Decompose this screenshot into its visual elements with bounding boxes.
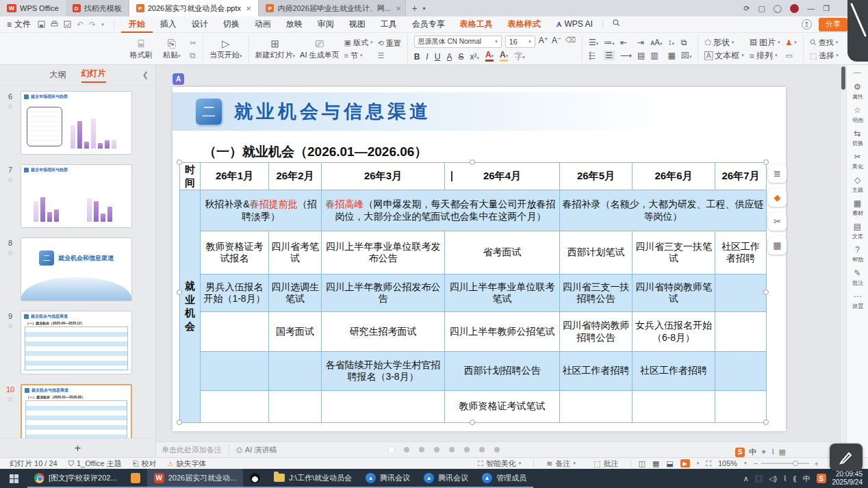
tray-sogou-icon[interactable]: S	[817, 474, 826, 483]
table-cell-r3c5[interactable]: 女兵入伍报名开始（6-8月）	[633, 312, 715, 352]
fit-slide-icon[interactable]: ⛶	[706, 459, 711, 468]
redo-icon[interactable]: ↷	[89, 20, 96, 29]
share-button[interactable]: 分享	[819, 18, 847, 31]
distribute-button[interactable]: ▥	[650, 51, 662, 60]
clock[interactable]: 20:09:45 2025/9/24	[832, 470, 863, 487]
taskbar-item-4[interactable]: J:\工作\就业动员会	[267, 469, 359, 488]
table-cell-r3c0[interactable]	[201, 312, 269, 352]
wps-ai-float-icon[interactable]: A	[173, 73, 184, 85]
avatar[interactable]	[790, 4, 799, 13]
indent-decrease-button[interactable]: ⇤	[620, 38, 632, 47]
row-group-label[interactable]: 就业机会	[180, 190, 201, 423]
menu-8-工具[interactable]: 工具	[373, 16, 405, 33]
table-cell-r2c0[interactable]: 男兵入伍报名开始（1-8月）	[201, 274, 269, 312]
taskbar-item-6[interactable]: ▲腾讯会议	[417, 469, 475, 488]
close-tab-icon[interactable]: ✕	[246, 5, 251, 12]
sogou-icon[interactable]: S	[735, 448, 745, 457]
panel-item-comments[interactable]: ✎批注	[852, 269, 864, 287]
table-cell-r5c6[interactable]	[715, 391, 767, 423]
numbering-button[interactable]: ≔▾	[604, 38, 615, 47]
table-cell-r5c2[interactable]	[322, 391, 445, 423]
wps-office-menu[interactable]: W WPS Office	[0, 0, 66, 16]
table-cell-r5c0[interactable]	[201, 391, 269, 423]
table-cell-r2c4[interactable]: 四川省三支一扶招聘公告	[560, 274, 633, 312]
slide-pager-dots[interactable]	[389, 447, 500, 452]
zoom-knob[interactable]	[793, 461, 798, 466]
beautify-tool-button[interactable]: ✂	[768, 212, 787, 231]
bullets-button[interactable]: ☰▾	[589, 38, 598, 47]
pager-dot-4[interactable]	[449, 447, 455, 452]
panel-item-beautify[interactable]: ✂美化	[852, 153, 864, 171]
align-left-button[interactable]: ⬱	[589, 51, 598, 60]
text-effect-button[interactable]: 字▾	[514, 51, 525, 62]
taskbar-item-2[interactable]: W2026届实习就业动...	[147, 469, 244, 488]
slide-canvas[interactable]: A 二 就业机会与信息渠道 （一）就业机会（2026.01—2026.06） 时…	[156, 65, 840, 441]
menu-11-表格样式[interactable]: 表格样式	[500, 16, 548, 33]
slide-10[interactable]: 二 就业机会与信息渠道 （一）就业机会（2026.01—2026.06） 时间2…	[173, 87, 786, 431]
menubar-search-button[interactable]	[605, 16, 628, 33]
pager-dot-7[interactable]	[494, 447, 500, 452]
sync-icon[interactable]: ⟳	[743, 4, 750, 13]
char-spacing-button[interactable]: A̲	[446, 52, 452, 62]
scrollbar-thumb[interactable]	[841, 66, 845, 90]
globe-icon[interactable]: ◯	[774, 4, 782, 13]
clear-format-icon[interactable]: ⌫	[565, 36, 576, 48]
ime-keyboard-icon[interactable]: ▦	[779, 448, 786, 457]
table-cell-r0c2[interactable]: 春招补录（名额少，大都为研发、工程、供应链等岗位）	[560, 190, 767, 231]
selection-handle-bm[interactable]	[470, 420, 475, 425]
slide-thumbnail-10[interactable]: 就业机会与信息渠道（一）就业机会（2026.01—2026.06）	[21, 384, 132, 438]
menu-3-切换[interactable]: 切换	[216, 16, 247, 33]
insert-avatar-button[interactable]: ♟▾	[785, 38, 796, 47]
theme-indicator[interactable]: ⛉1_Office 主题	[63, 459, 127, 469]
pager-dot-3[interactable]	[434, 447, 439, 452]
tray-volume-icon[interactable]: ◁)	[769, 474, 777, 483]
menu-2-设计[interactable]: 设计	[184, 16, 216, 33]
font-size-select[interactable]: 16▾	[505, 36, 535, 48]
taskbar-item-7[interactable]: ▲管理成员	[475, 469, 533, 488]
table-cell-r4c0[interactable]	[201, 352, 269, 391]
table-cell-r1c6[interactable]: 社区工作者招聘	[715, 231, 767, 274]
zoom-caret-icon[interactable]: ▾	[744, 461, 747, 466]
align-center-button[interactable]: ☰	[604, 51, 615, 60]
section-button[interactable]: ≡节▾	[344, 51, 373, 61]
font-increase-button[interactable]: A⁺	[539, 36, 548, 48]
selection-handle-mr[interactable]	[763, 290, 769, 295]
panel-item-transition[interactable]: ⇆切换	[852, 129, 864, 148]
table-cell-r1c0[interactable]: 教师资格证考试报名	[201, 231, 269, 274]
file-menu[interactable]: ≡ 文件	[0, 18, 38, 30]
selection-handle-tl[interactable]	[177, 159, 182, 165]
columns-button[interactable]: ▦	[667, 51, 675, 60]
tab-list-caret-icon[interactable]: ▾	[423, 5, 426, 12]
start-button[interactable]	[0, 469, 27, 488]
ime-symbol-icon[interactable]: ✦	[761, 448, 767, 457]
taskbar-item-5[interactable]: ▲腾讯会议	[359, 469, 417, 488]
table-cell-r4c2[interactable]: 各省陆续开始大学生村官招聘报名（3-8月）	[322, 352, 445, 391]
new-tab-button[interactable]: +	[406, 3, 422, 14]
tray-network-icon[interactable]: ⸨	[793, 474, 796, 483]
minimize-button[interactable]: —	[807, 4, 815, 12]
tray-expand-icon[interactable]: ∧	[743, 474, 749, 483]
table-corner-header[interactable]: 时间	[180, 163, 201, 190]
screen-record-button[interactable]: ▭	[785, 51, 796, 60]
workspace-icon[interactable]: ▢	[758, 4, 765, 13]
textbox-button[interactable]: 🄰文本框▾	[704, 50, 744, 62]
save-icon[interactable]	[38, 21, 45, 28]
copy-icon[interactable]: ⧉	[190, 51, 196, 60]
table-cell-r5c1[interactable]	[269, 391, 322, 423]
table-cell-r5c5[interactable]	[633, 391, 715, 423]
menu-12-WPS AI[interactable]: ⋏WPS AI	[548, 16, 600, 33]
ai-generate-page-button[interactable]: ⎚ AI 生成单页	[300, 38, 339, 60]
new-slide-button[interactable]: ⊞ 新建幻灯片▾	[255, 38, 296, 60]
indent-increase-button[interactable]: ⇥	[637, 38, 645, 47]
layout-button[interactable]: ▣版式▾	[344, 38, 373, 48]
month-header-6[interactable]: 26年7月	[715, 163, 767, 190]
underline-button[interactable]: U	[435, 52, 441, 62]
vertical-scrollbar[interactable]	[840, 65, 846, 457]
menu-5-放映[interactable]: 放映	[279, 16, 310, 33]
font-decrease-button[interactable]: A⁻	[552, 36, 561, 48]
slideshow-play-button[interactable]: ▶	[680, 459, 690, 467]
table-cell-r1c1[interactable]: 四川省考笔试	[269, 231, 322, 274]
ai-speech-button[interactable]: ⎙ AI 演讲稿	[229, 445, 277, 455]
normal-view-icon[interactable]: ◫	[638, 459, 645, 468]
convert-diagram-button[interactable]: ⧉	[681, 38, 692, 47]
